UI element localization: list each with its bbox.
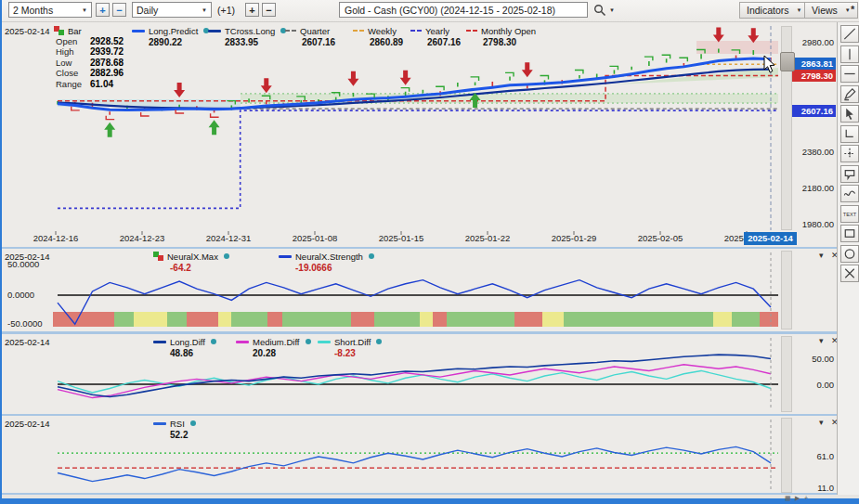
- legend-item-medium-diff[interactable]: Medium.Diff20.28: [236, 337, 311, 358]
- diagonal-line-tool-button[interactable]: [840, 25, 859, 43]
- line-swatch-icon: [208, 30, 221, 32]
- dash-swatch-icon: [466, 30, 477, 32]
- info-dot-icon[interactable]: [376, 339, 382, 344]
- neuralx-panel: 2025-02-14 NeuralX.Max-64.2NeuralX.Stren…: [2, 249, 837, 331]
- wave-icon: [841, 186, 858, 201]
- horizontal-line-tool-button[interactable]: [840, 65, 859, 83]
- ohlc-label: Open: [56, 36, 86, 46]
- dash: [292, 30, 296, 32]
- bullish-step-marker: [540, 76, 548, 80]
- panel-collapse-button[interactable]: ▾: [819, 336, 824, 345]
- date-axis-label: 2025-01-29: [541, 233, 606, 243]
- indicators-button[interactable]: Indicators ▼: [739, 2, 809, 19]
- legend-item-neuralx-max[interactable]: NeuralX.Max-64.2: [153, 252, 229, 273]
- ohlc-label: Close: [56, 68, 86, 78]
- rectangle-tool-button[interactable]: [840, 225, 859, 242]
- bullish-step-marker: [609, 66, 618, 70]
- dash: [353, 30, 358, 32]
- sell-signal-arrow-icon: [522, 62, 533, 77]
- price-scrollbar-handle[interactable]: [780, 52, 795, 71]
- panel-collapse-button[interactable]: ▾: [819, 418, 824, 427]
- date-axis-label: 2025-01-22: [455, 233, 520, 243]
- legend-item-short-diff[interactable]: Short.Diff-8.23: [318, 337, 382, 358]
- legend-item-tcross-long[interactable]: TCross.Long2833.95: [208, 26, 286, 47]
- info-dot-icon[interactable]: [211, 339, 216, 344]
- ohlc-row: High2939.72: [56, 46, 158, 57]
- info-dot-icon[interactable]: [306, 339, 311, 344]
- symbol-input[interactable]: [339, 2, 588, 18]
- legend-item-weekly[interactable]: Weekly2860.89: [353, 26, 403, 47]
- legend-row: Bar: [54, 26, 82, 35]
- panel-date: 2025-02-14: [5, 419, 50, 429]
- legend-item-long-diff[interactable]: Long.Diff48.86: [153, 337, 216, 358]
- remove-bar-button[interactable]: −: [262, 3, 276, 17]
- legend-label: RSI: [170, 419, 185, 429]
- panel-collapse-button[interactable]: ▾: [819, 251, 824, 260]
- panel-splitter[interactable]: [2, 414, 837, 416]
- close-tool-button[interactable]: [840, 265, 859, 282]
- zoom-in-button[interactable]: +: [96, 3, 110, 17]
- panel-splitter[interactable]: [2, 247, 837, 249]
- pointer-tool-button[interactable]: [840, 105, 859, 123]
- text-tool-button[interactable]: TEXT: [840, 205, 859, 223]
- modified-marker: *: [851, 4, 854, 15]
- legend-label: Long.Predict: [149, 26, 198, 36]
- window-bottom-edge: [2, 498, 859, 504]
- callout-tool-button[interactable]: [840, 165, 859, 183]
- price-axis-label: 1980.00: [787, 219, 834, 229]
- range-select[interactable]: 2 Months ▼: [8, 2, 92, 18]
- diff-panel: 2025-02-14 Long.Diff48.86Medium.Diff20.2…: [2, 334, 837, 414]
- offset-label: (+1): [217, 5, 235, 16]
- callout-icon: [841, 166, 858, 182]
- search-dropdown-caret[interactable]: ▼: [609, 7, 615, 13]
- info-dot-icon[interactable]: [190, 420, 196, 426]
- legend-item-bar[interactable]: Bar: [54, 26, 82, 35]
- views-button-label: Views: [812, 5, 838, 16]
- dash: [285, 30, 290, 32]
- chevron-down-icon: ▼: [845, 7, 851, 13]
- value-axis-label: -50.0000: [7, 318, 54, 329]
- wave-tool-button[interactable]: [840, 185, 859, 202]
- info-dot-icon[interactable]: [369, 253, 374, 259]
- legend-label: Monthly Open: [481, 26, 536, 36]
- rsi-line: [58, 446, 771, 481]
- rsi-chart: [2, 416, 837, 495]
- add-bar-button[interactable]: +: [245, 3, 259, 17]
- ellipse-tool-button[interactable]: [840, 245, 859, 263]
- interval-select[interactable]: Daily ▼: [132, 2, 212, 18]
- legend-item-monthly-open[interactable]: Monthly Open2798.30: [466, 26, 536, 47]
- legend-row: NeuralX.Max: [153, 252, 229, 261]
- legend-value: -64.2: [170, 263, 229, 273]
- bearish-step-marker: [211, 113, 219, 117]
- sell-signal-arrow-icon: [347, 71, 358, 86]
- panel-splitter[interactable]: [2, 331, 837, 334]
- bullish-step-marker: [436, 86, 444, 90]
- main-price-panel: 2025-02-14 BarLong.Predict2890.22TCross.…: [2, 21, 837, 247]
- legend-item-neuralx-strength[interactable]: NeuralX.Strength-19.0666: [279, 252, 374, 273]
- pencil-tool-button[interactable]: [840, 85, 859, 103]
- price-badge: 2798.30: [792, 70, 836, 82]
- search-icon[interactable]: [593, 4, 606, 17]
- vertical-line-icon: [841, 46, 858, 62]
- legend-value: -8.23: [334, 348, 382, 358]
- bottom-tool-icon[interactable]: ▶: [795, 495, 800, 502]
- legend-item-rsi[interactable]: RSI52.2: [153, 419, 196, 440]
- legend-item-quarter[interactable]: Quarter2607.16: [285, 26, 335, 47]
- dash: [473, 30, 477, 32]
- crosshair-tool-button[interactable]: [840, 145, 859, 162]
- bearish-step-marker: [141, 112, 150, 116]
- horizontal-line-icon: [841, 66, 858, 82]
- legend-value: 2607.16: [302, 37, 335, 47]
- vertical-line-tool-button[interactable]: [840, 45, 859, 63]
- legend-label: Long.Diff: [170, 337, 205, 347]
- bottom-tool-icon[interactable]: ▦: [785, 495, 791, 502]
- mouse-cursor: [763, 56, 776, 74]
- zoom-out-button[interactable]: −: [112, 3, 126, 17]
- angle-tool-button[interactable]: [840, 125, 859, 143]
- legend-value: 52.2: [170, 430, 196, 440]
- bottom-tool-icon[interactable]: +: [804, 495, 808, 502]
- legend-row: NeuralX.Strength: [279, 252, 374, 261]
- line-swatch-icon: [279, 255, 292, 258]
- info-dot-icon[interactable]: [224, 253, 229, 259]
- legend-item-yearly[interactable]: Yearly2607.16: [410, 26, 461, 47]
